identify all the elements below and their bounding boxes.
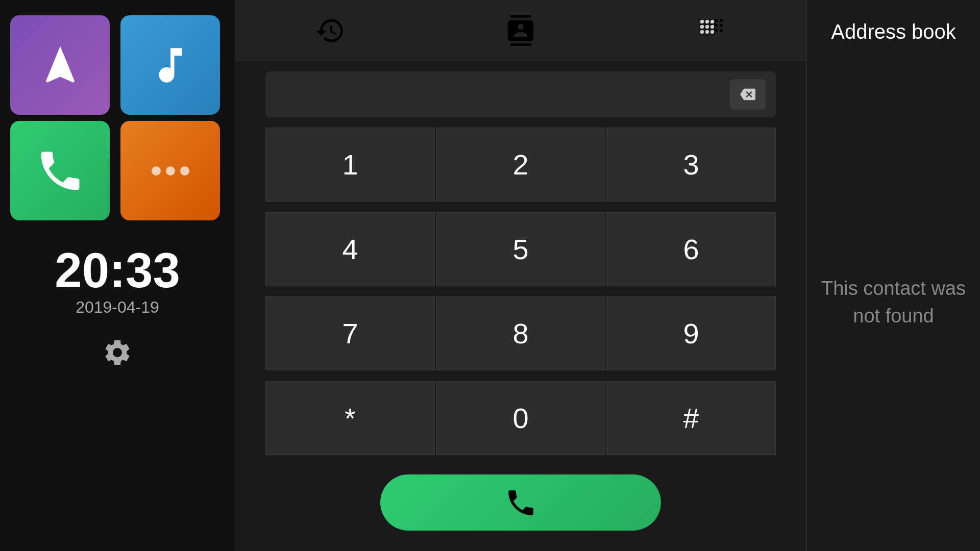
nav-btn-recent[interactable] — [295, 10, 366, 51]
nav-btn-contacts[interactable] — [485, 10, 556, 51]
svg-point-7 — [705, 30, 709, 34]
call-button-icon — [504, 486, 537, 519]
phone-icon-home — [35, 145, 86, 196]
top-nav — [235, 0, 806, 61]
app-tile-phone[interactable] — [10, 121, 110, 220]
key-9[interactable]: 9 — [606, 296, 776, 370]
key-3[interactable]: 3 — [606, 128, 776, 202]
key-4[interactable]: 4 — [265, 212, 435, 286]
key-5[interactable]: 5 — [436, 212, 605, 286]
dots-icon — [152, 166, 189, 176]
not-found-message: This contact was not found — [817, 275, 970, 329]
backspace-icon — [738, 87, 758, 102]
keypad: 1 2 3 4 5 6 7 8 9 * 0 # — [265, 128, 776, 464]
dialer-container: 1 2 3 4 5 6 7 8 9 * 0 # — [235, 61, 806, 551]
settings-area[interactable] — [102, 337, 133, 374]
svg-point-5 — [710, 24, 715, 29]
svg-point-2 — [710, 19, 715, 23]
svg-point-6 — [700, 30, 704, 34]
nav-btn-keypad[interactable] — [675, 10, 747, 51]
key-star[interactable]: * — [265, 381, 435, 455]
right-panel: Address book This contact was not found — [806, 0, 980, 551]
left-panel: 20:33 2019-04-19 — [0, 0, 235, 551]
navigation-icon — [37, 42, 83, 88]
clock-area: 20:33 2019-04-19 — [55, 246, 180, 317]
gear-icon[interactable] — [102, 337, 133, 374]
app-tile-more[interactable] — [120, 121, 220, 220]
key-2[interactable]: 2 — [436, 128, 605, 202]
address-book-header: Address book — [807, 0, 980, 54]
svg-point-4 — [705, 24, 709, 29]
middle-panel: 1 2 3 4 5 6 7 8 9 * 0 # — [235, 0, 806, 551]
address-book-title: Address book — [817, 20, 970, 43]
call-button[interactable] — [380, 474, 661, 531]
contacts-icon — [505, 15, 536, 46]
address-book-content: This contact was not found — [807, 54, 980, 551]
key-1[interactable]: 1 — [265, 128, 435, 202]
recent-calls-icon — [315, 15, 346, 46]
app-tile-music[interactable] — [120, 15, 220, 115]
key-0[interactable]: 0 — [436, 381, 605, 455]
key-hash[interactable]: # — [606, 381, 776, 455]
svg-point-3 — [700, 24, 704, 29]
keypad-icon — [696, 15, 726, 46]
backspace-button[interactable] — [730, 79, 766, 110]
key-6[interactable]: 6 — [606, 212, 776, 286]
key-8[interactable]: 8 — [436, 296, 605, 370]
call-btn-container — [265, 464, 776, 541]
svg-point-0 — [700, 19, 704, 23]
clock-date: 2019-04-19 — [55, 298, 180, 317]
display-bar — [265, 71, 776, 117]
clock-time: 20:33 — [55, 246, 180, 295]
music-icon — [148, 42, 193, 88]
key-7[interactable]: 7 — [265, 296, 435, 370]
svg-point-1 — [705, 19, 709, 23]
app-grid — [10, 15, 225, 220]
svg-point-8 — [710, 30, 715, 34]
app-tile-navigation[interactable] — [10, 15, 110, 115]
